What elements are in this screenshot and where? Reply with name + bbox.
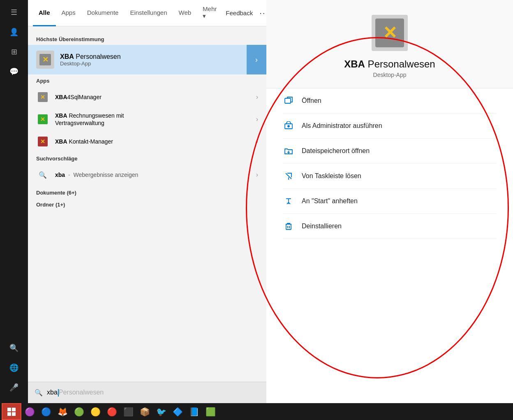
action-deinstallieren-label: Deinstallieren — [302, 223, 342, 230]
search-bar-search-icon: 🔍 — [35, 389, 43, 397]
list-name-xba-rechnungswesen: XBA Rechnungswesen mitVertragsverwaltung — [55, 112, 256, 127]
list-name-xba4sql: XBA4SqlManager — [55, 94, 256, 100]
action-start[interactable]: An "Start" anheften — [283, 189, 497, 214]
windows-icon — [7, 408, 16, 416]
pin-icon — [283, 195, 294, 207]
top-result-icon: ✕ — [36, 51, 54, 69]
detail-app-name: XBA Personalwesen — [344, 58, 435, 70]
detail-header: ✕ XBA Personalwesen Desktop-App — [266, 0, 513, 88]
list-name-xba-kontakt: XBA Kontakt-Manager — [55, 138, 256, 145]
sidebar-icon-user[interactable]: 👤 — [5, 23, 23, 41]
action-dateispeicherort[interactable]: Dateispeicherort öffnen — [283, 139, 497, 164]
search-input[interactable]: xbaPersonalwesen — [47, 389, 260, 397]
search-bar: 🔍 xbaPersonalwesen — [28, 382, 266, 403]
taskbar-app-6[interactable]: ⬛ — [120, 403, 136, 420]
tab-dokumente[interactable]: Dokumente — [81, 0, 125, 26]
action-oeffnen-label: Öffnen — [302, 97, 321, 104]
taskbar-app-3[interactable]: 🟢 — [71, 403, 87, 420]
taskbar-app-4[interactable]: 🟡 — [87, 403, 104, 420]
search-typed-text: xba — [47, 389, 58, 396]
tab-mehr[interactable]: Mehr ▾ — [197, 0, 222, 26]
list-arrow-xba-kontakt: › — [256, 138, 258, 145]
sidebar: ☰ 👤 ⊞ 💬 🔍 🌐 🎤 — [0, 0, 28, 403]
detail-actions: Öffnen Als Administrator ausführen D — [266, 88, 513, 239]
sidebar-icon-menu[interactable]: ☰ — [5, 3, 23, 21]
app-icon-xba4sql: ✕ — [36, 90, 49, 104]
sidebar-icon-search2[interactable]: 🔍 — [5, 339, 23, 357]
app-icon-xba-rechnungswesen: ✕ — [36, 113, 49, 126]
list-item-web-search[interactable]: 🔍 xba - Webergebnisse anzeigen › — [28, 164, 266, 186]
top-result-text: XBA Personalwesen Desktop-App — [60, 53, 258, 67]
action-admin-label: Als Administrator ausführen — [302, 122, 382, 130]
detail-app-sub: Desktop-App — [373, 72, 407, 78]
svg-rect-0 — [285, 98, 291, 103]
top-result-item[interactable]: ✕ XBA Personalwesen Desktop-App › — [28, 45, 266, 74]
top-result-arrow[interactable]: › — [247, 45, 266, 74]
taskbar-app-0[interactable]: 🟣 — [21, 403, 38, 420]
svg-point-2 — [288, 125, 289, 127]
detail-app-icon: ✕ — [372, 15, 408, 51]
open-icon — [283, 95, 294, 107]
list-text-xba-rechnungswesen: XBA Rechnungswesen mitVertragsverwaltung — [55, 112, 256, 127]
list-arrow-xba-rechnungswesen: › — [256, 116, 258, 123]
detail-panel: ✕ XBA Personalwesen Desktop-App Öffnen — [266, 0, 513, 403]
unpin-icon — [283, 170, 294, 182]
folder-icon — [283, 145, 294, 157]
suchvorschlaege-label: Suchvorschläge — [28, 152, 266, 164]
taskbar: 🟣 🔵 🦊 🟢 🟡 🔴 ⬛ 📦 🐦 🔷 📘 🟩 — [0, 403, 513, 420]
top-section-label: Höchste Übereinstimmung — [28, 33, 266, 45]
list-text-web: xba - Webergebnisse anzeigen — [55, 172, 256, 178]
sidebar-icon-apps[interactable]: ⊞ — [5, 43, 23, 61]
taskbar-app-5[interactable]: 🔴 — [104, 403, 120, 420]
taskbar-app-1[interactable]: 🔵 — [38, 403, 54, 420]
action-taskleiste[interactable]: Von Taskleiste lösen — [283, 164, 497, 189]
taskbar-app-8[interactable]: 🐦 — [153, 403, 169, 420]
tab-web[interactable]: Web — [173, 0, 197, 26]
ordner-label: Ordner (1+) — [28, 197, 266, 209]
tab-alle[interactable]: Alle — [33, 0, 56, 26]
list-text-xba-kontakt: XBA Kontakt-Manager — [55, 138, 256, 145]
search-panel: Alle Apps Dokumente Einstellungen Web Me… — [28, 0, 266, 403]
action-taskleiste-label: Von Taskleiste lösen — [302, 172, 361, 180]
taskbar-app-10[interactable]: 📘 — [186, 403, 202, 420]
admin-icon — [283, 120, 294, 132]
start-button[interactable] — [2, 403, 21, 420]
tab-einstellungen[interactable]: Einstellungen — [124, 0, 173, 26]
list-arrow-web: › — [256, 171, 258, 179]
dokumente-label: Dokumente (6+) — [28, 186, 266, 197]
search-placeholder: Personalwesen — [59, 389, 104, 396]
sidebar-icon-globe[interactable]: 🌐 — [5, 359, 23, 377]
list-item-xba-kontakt[interactable]: ✕ XBA Kontakt-Manager › — [28, 131, 266, 152]
sidebar-icon-mic[interactable]: 🎤 — [5, 378, 23, 397]
list-arrow-xba4sql: › — [256, 93, 258, 101]
app-icon-xba-kontakt: ✕ — [36, 135, 49, 148]
list-text-xba4sql: XBA4SqlManager — [55, 94, 256, 100]
taskbar-app-11[interactable]: 🟩 — [202, 403, 219, 420]
results-content: Höchste Übereinstimmung ✕ XBA Personalwe… — [28, 26, 266, 382]
list-name-web: xba - Webergebnisse anzeigen — [55, 172, 256, 178]
action-admin[interactable]: Als Administrator ausführen — [283, 114, 497, 139]
action-dateispeicherort-label: Dateispeicherort öffnen — [302, 147, 370, 155]
top-result-sub: Desktop-App — [60, 60, 258, 67]
action-oeffnen[interactable]: Öffnen — [283, 88, 497, 114]
list-item-xba-rechnungswesen[interactable]: ✕ XBA Rechnungswesen mitVertragsverwaltu… — [28, 108, 266, 131]
tab-apps[interactable]: Apps — [56, 0, 81, 26]
trash-icon — [283, 220, 294, 232]
list-item-xba4sql[interactable]: ✕ XBA4SqlManager › — [28, 86, 266, 108]
apps-section-label: Apps — [28, 74, 266, 86]
search-icon-web: 🔍 — [36, 168, 49, 181]
taskbar-app-2[interactable]: 🦊 — [54, 403, 71, 420]
taskbar-app-9[interactable]: 🔷 — [169, 403, 186, 420]
sidebar-icon-msg[interactable]: 💬 — [5, 63, 23, 81]
action-deinstallieren[interactable]: Deinstallieren — [283, 214, 497, 239]
taskbar-app-7[interactable]: 📦 — [136, 403, 153, 420]
tabs-row: Alle Apps Dokumente Einstellungen Web Me… — [28, 0, 266, 26]
top-result-name: XBA Personalwesen — [60, 53, 258, 60]
action-start-label: An "Start" anheften — [302, 197, 358, 205]
svg-rect-9 — [286, 224, 291, 230]
feedback-button[interactable]: Feedback — [222, 8, 256, 18]
